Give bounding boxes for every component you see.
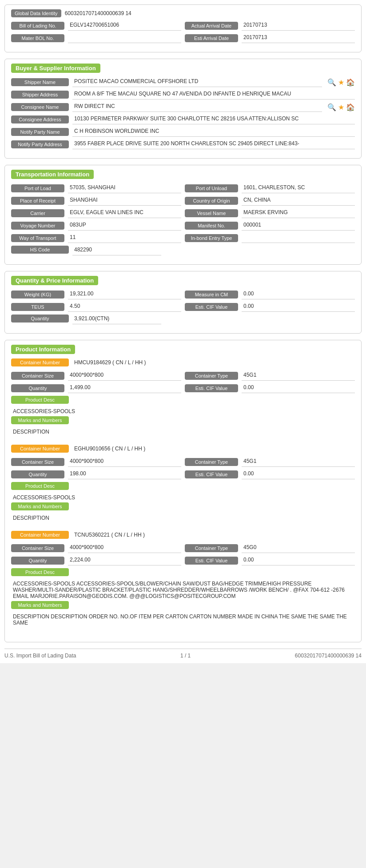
mater-bol-value	[68, 33, 181, 43]
manifest-no-label: Manifest No.	[185, 222, 238, 230]
product-desc-label-0: Product Desc	[11, 396, 69, 404]
bill-of-lading-label: Bill of Lading No.	[11, 22, 64, 30]
product-information-title: Product Information	[11, 345, 75, 354]
consignee-name-label: Consignee Name	[11, 103, 69, 111]
consignee-name-value: RW DIRECT INC	[72, 102, 322, 112]
esti-arrival-date-value: 20170713	[242, 33, 355, 43]
bill-col-right: Actual Arrival Date 20170713	[185, 21, 355, 31]
place-of-receipt-row: Place of Receipt SHANGHAI Country of Ori…	[11, 196, 355, 206]
identity-card: Global Data Identity 6003201707140000063…	[4, 4, 362, 52]
mater-row: Mater BOL No. Esti Arrival Date 20170713	[11, 33, 355, 43]
weight-label: Weight (KG)	[11, 291, 64, 299]
container-size-value-2: 4000*900*800	[68, 543, 181, 553]
shipper-address-row: Shipper Address ROOM A 8/F THE MACAU SQU…	[11, 90, 355, 100]
transportation-card: Transportation Information Port of Load …	[4, 165, 362, 265]
global-data-identity-label: Global Data Identity	[11, 9, 61, 17]
product-desc-label-row-1: Product Desc	[11, 482, 355, 490]
marks-text-0: DESCRIPTION	[11, 427, 355, 437]
carrier-value: EGLV, EAGLE VAN LINES INC	[68, 208, 181, 218]
voyage-row: Voyage Number 083UP Manifest No. 000001	[11, 221, 355, 231]
esti-cif-value-1: 0.00	[242, 470, 355, 479]
measure-in-cm-label: Measure in CM	[185, 291, 238, 299]
way-of-transport-row: Way of Transport 11 In-bond Entry Type	[11, 233, 355, 243]
vessel-name-value: MAERSK ERVING	[242, 208, 355, 218]
page-container: Global Data Identity 6003201707140000063…	[0, 0, 366, 663]
footer-page: 1 / 1	[180, 653, 191, 659]
container-number-value-2: TCNU5360221 ( CN / L / HH )	[72, 531, 355, 541]
shipper-address-value: ROOM A 8/F THE MACAU SQUARE NO 47 AVENID…	[72, 90, 355, 100]
container-number-label-2: Container Number	[11, 531, 69, 539]
quantity-value-2: 2,224.00	[68, 556, 181, 565]
shipper-name-icons: 🔍 ★ 🏠	[327, 78, 355, 87]
shipper-name-label: Shipper Name	[11, 78, 69, 86]
hs-code-label: HS Code	[11, 246, 69, 254]
product-desc-label-2: Product Desc	[11, 568, 69, 576]
quantity-cif-row-2: Quantity 2,224.00 Esti. CIF Value 0.00	[11, 556, 355, 565]
quantity-row: Quantity 3,921.00(CTN)	[11, 315, 355, 324]
product-information-card: Product Information Container Number HMC…	[4, 340, 362, 642]
quantity-label-2: Quantity	[11, 557, 64, 565]
global-identity-row: Global Data Identity 6003201707140000063…	[11, 9, 355, 17]
buyer-supplier-card: Buyer & Supplier Information Shipper Nam…	[4, 59, 362, 159]
esti-cif-value-0: 0.00	[242, 383, 355, 393]
quantity-price-title: Quantity & Price Information	[11, 276, 98, 285]
esti-cif-value-value: 0.00	[242, 302, 355, 312]
product-desc-text-2: ACCESSORIES-SPOOLS ACCESSORIES-SPOOLS/BL…	[11, 579, 355, 601]
transportation-title: Transportation Information	[11, 170, 94, 179]
voyage-number-label: Voyage Number	[11, 222, 64, 230]
shipper-star-icon[interactable]: ★	[338, 78, 344, 87]
marks-label-2: Marks and Numbers	[11, 601, 69, 609]
container-size-type-row-0: Container Size 4000*900*800 Container Ty…	[11, 371, 355, 381]
hs-code-row: HS Code 482290	[11, 246, 355, 255]
hs-code-value: 482290	[72, 246, 161, 255]
teus-row: TEUS 4.50 Esti. CIF Value 0.00	[11, 302, 355, 312]
in-bond-entry-type-label: In-bond Entry Type	[185, 234, 238, 242]
notify-party-address-row: Notify Party Address 3955 FABER PLACE DR…	[11, 139, 355, 149]
container-type-value-0: 45G1	[242, 371, 355, 381]
container-size-label-1: Container Size	[11, 458, 64, 466]
product-block-0: Container Number HMCU9184629 ( CN / L / …	[11, 358, 355, 437]
container-size-label-2: Container Size	[11, 544, 64, 552]
bill-of-lading-value: EGLV142700651006	[68, 21, 181, 31]
marks-label-0: Marks and Numbers	[11, 416, 69, 424]
marks-text-1: DESCRIPTION	[11, 513, 355, 523]
container-size-value-0: 4000*900*800	[68, 371, 181, 381]
notify-party-name-row: Notify Party Name C H ROBINSON WORLDWIDE…	[11, 127, 355, 137]
mater-bol-label: Mater BOL No.	[11, 34, 64, 42]
consignee-home-icon[interactable]: 🏠	[346, 103, 355, 111]
mater-col-right: Esti Arrival Date 20170713	[185, 33, 355, 43]
bill-col-left: Bill of Lading No. EGLV142700651006	[11, 21, 181, 31]
esti-arrival-date-label: Esti Arrival Date	[185, 34, 238, 42]
container-size-value-1: 4000*900*800	[68, 457, 181, 467]
product-desc-label-row-0: Product Desc	[11, 396, 355, 404]
product-desc-text-0: ACCESSORIES-SPOOLS	[11, 406, 355, 416]
container-size-type-row-1: Container Size 4000*900*800 Container Ty…	[11, 457, 355, 467]
consignee-search-icon[interactable]: 🔍	[327, 103, 336, 111]
port-of-load-label: Port of Load	[11, 184, 64, 192]
esti-cif-value-label: Esti. CIF Value	[185, 303, 238, 311]
quantity-label: Quantity	[11, 315, 69, 323]
container-type-value-2: 45G0	[242, 543, 355, 553]
marks-label-row-2: Marks and Numbers	[11, 601, 355, 609]
footer-left: U.S. Import Bill of Lading Data	[4, 653, 76, 659]
consignee-address-label: Consignee Address	[11, 115, 69, 123]
manifest-no-value: 000001	[242, 221, 355, 231]
quantity-value: 3,921.00(CTN)	[72, 315, 161, 324]
bill-row: Bill of Lading No. EGLV142700651006 Actu…	[11, 21, 355, 31]
quantity-cif-row-0: Quantity 1,499.00 Esti. CIF Value 0.00	[11, 383, 355, 393]
container-size-type-row-2: Container Size 4000*900*800 Container Ty…	[11, 543, 355, 553]
country-of-origin-label: Country of Origin	[185, 197, 238, 205]
esti-cif-label-0: Esti. CIF Value	[185, 384, 238, 392]
product-desc-text-1: ACCESSORIES-SPOOLS	[11, 493, 355, 502]
quantity-label-0: Quantity	[11, 384, 64, 392]
shipper-home-icon[interactable]: 🏠	[346, 78, 355, 87]
container-type-label-2: Container Type	[185, 544, 238, 552]
container-number-row-2: Container Number TCNU5360221 ( CN / L / …	[11, 531, 355, 541]
in-bond-entry-type-value	[242, 233, 355, 243]
consignee-star-icon[interactable]: ★	[338, 103, 344, 111]
shipper-search-icon[interactable]: 🔍	[327, 78, 336, 87]
container-type-label-1: Container Type	[185, 458, 238, 466]
consignee-address-value: 10130 PERIMETER PARKWAY SUITE 300 CHARLO…	[72, 115, 355, 124]
consignee-address-row: Consignee Address 10130 PERIMETER PARKWA…	[11, 115, 355, 124]
quantity-label-1: Quantity	[11, 470, 64, 478]
